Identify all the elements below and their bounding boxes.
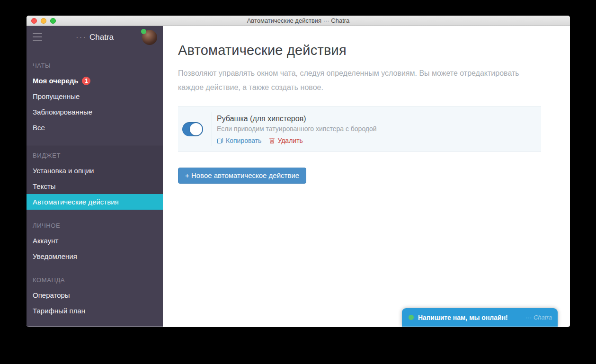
widget-chatra-brand: ··· Chatra (525, 314, 552, 321)
sidebar-item-operators[interactable]: Операторы (27, 287, 163, 303)
sidebar-item-pricing-plan[interactable]: Тарифный план (27, 303, 163, 319)
window-title: Автоматические действия ··· Chatra (247, 17, 350, 24)
hamburger-menu-icon[interactable] (33, 33, 42, 41)
delete-label: Удалить (277, 137, 302, 144)
page-title: Автоматические действия (178, 43, 570, 58)
sidebar-item-label: Тексты (33, 182, 56, 190)
sidebar-section-team: КОМАНДА Операторы Тарифный план (27, 264, 163, 319)
sidebar-item-setup-options[interactable]: Установка и опции (27, 163, 163, 178)
sidebar-item-blocked[interactable]: Заблокированные (27, 104, 163, 120)
page-description: Позволяют управлять окном чата, следуя о… (178, 66, 531, 95)
sidebar-item-label: Операторы (33, 291, 70, 299)
sidebar-item-label: Заблокированные (33, 108, 92, 116)
app-window: Автоматические действия ··· Chatra ···Ch… (27, 16, 570, 327)
sidebar-item-label: Автоматические действия (33, 198, 119, 206)
sidebar-item-missed[interactable]: Пропущенные (27, 89, 163, 104)
auto-action-card: Рубашка (для хипстеров) Если приводим та… (178, 106, 541, 152)
app-logo: ···Chatra (76, 33, 114, 42)
sidebar-section-personal: ЛИЧНОЕ Аккаунт Уведомления (27, 210, 163, 264)
copy-label: Копировать (226, 137, 261, 144)
sidebar-item-automatic-actions[interactable]: Автоматические действия (27, 194, 163, 210)
action-enabled-toggle[interactable] (182, 122, 203, 136)
action-condition: Если приводим татуированного хипстера с … (217, 125, 377, 133)
section-label-widget: ВИДЖЕТ (27, 152, 163, 159)
trash-icon (269, 137, 275, 144)
section-label-team: КОМАНДА (27, 276, 163, 284)
traffic-lights (31, 16, 56, 26)
logo-name: Chatra (89, 33, 114, 42)
widget-online-dot (409, 315, 414, 320)
new-action-button[interactable]: + Новое автоматическое действие (178, 168, 306, 184)
sidebar-item-my-queue[interactable]: Моя очередь 1 (27, 73, 163, 89)
sidebar-item-label: Тарифный план (33, 307, 85, 315)
delete-action-link[interactable]: Удалить (269, 137, 302, 144)
sidebar-item-notifications[interactable]: Уведомления (27, 249, 163, 264)
chatra-widget-bar[interactable]: Напишите нам, мы онлайн! ··· Chatra (402, 308, 558, 327)
copy-icon (217, 137, 223, 144)
user-avatar[interactable] (142, 30, 157, 45)
sidebar-item-label: Пропущенные (33, 92, 80, 100)
close-window-button[interactable] (31, 18, 37, 24)
sidebar-header: ···Chatra (27, 26, 163, 49)
widget-message: Напишите нам, мы онлайн! (418, 314, 525, 321)
sidebar-item-label: Все (33, 124, 45, 132)
sidebar-item-texts[interactable]: Тексты (27, 178, 163, 194)
minimize-window-button[interactable] (41, 18, 46, 24)
sidebar-section-chats: ЧАТЫ Моя очередь 1 Пропущенные Заблокиро… (27, 49, 163, 135)
logo-dots: ··· (76, 33, 87, 42)
sidebar: ···Chatra ЧАТЫ Моя очередь 1 (27, 26, 163, 327)
desktop-background: Автоматические действия ··· Chatra ···Ch… (0, 0, 596, 364)
sidebar-item-all[interactable]: Все (27, 120, 163, 135)
card-divider (212, 112, 212, 146)
section-label-chats: ЧАТЫ (27, 62, 163, 69)
unread-count-badge: 1 (82, 77, 90, 85)
main-content: Автоматические действия Позволяют управл… (163, 26, 570, 327)
sidebar-item-label: Установка и опции (33, 167, 94, 175)
section-label-personal: ЛИЧНОЕ (27, 222, 163, 229)
zoom-window-button[interactable] (50, 18, 56, 24)
sidebar-item-label: Аккаунт (33, 237, 58, 245)
sidebar-item-label: Уведомления (33, 252, 77, 260)
sidebar-item-label: Моя очередь (33, 77, 78, 85)
action-title[interactable]: Рубашка (для хипстеров) (217, 115, 377, 123)
toggle-knob (190, 123, 202, 135)
sidebar-item-account[interactable]: Аккаунт (27, 233, 163, 249)
sidebar-nav: ЧАТЫ Моя очередь 1 Пропущенные Заблокиро… (27, 49, 163, 319)
window-titlebar[interactable]: Автоматические действия ··· Chatra (27, 16, 570, 26)
sidebar-section-widget: ВИДЖЕТ Установка и опции Тексты Автомати… (27, 145, 163, 210)
copy-action-link[interactable]: Копировать (217, 137, 261, 144)
online-status-dot (141, 29, 146, 34)
